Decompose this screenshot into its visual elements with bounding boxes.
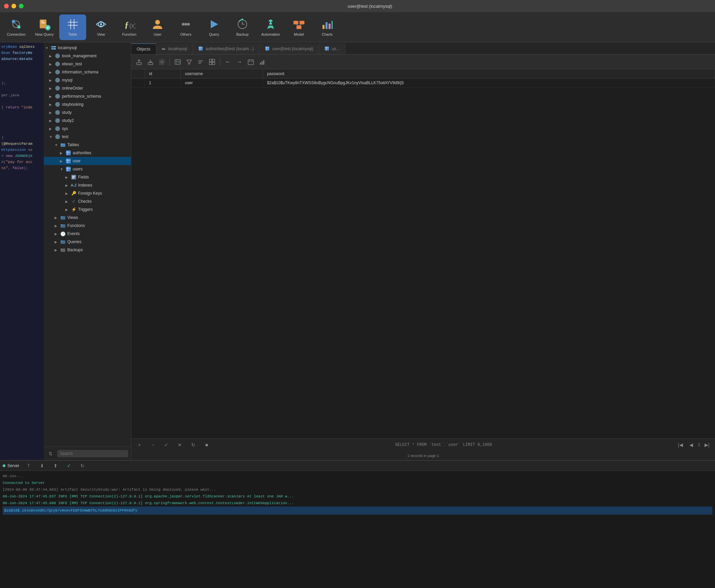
tree-item-user[interactable]: ▶ user xyxy=(44,157,131,165)
toolbar-automation[interactable]: Automation xyxy=(257,15,284,40)
toolbar-view[interactable]: View xyxy=(88,15,114,40)
table-row[interactable]: 1 user $2a$10$uTKwy8nTXWSS8oBygcNGouBpgJ… xyxy=(131,79,715,88)
stats-btn[interactable] xyxy=(257,57,267,67)
stop-btn[interactable]: ■ xyxy=(203,441,211,449)
window-title: user@test (localmysql) xyxy=(29,4,711,9)
toolbar-function[interactable]: ƒ (x) Function xyxy=(116,15,143,40)
toolbar-query[interactable]: Query xyxy=(201,15,228,40)
indexes-icon: A-Z xyxy=(71,182,77,188)
tab-user[interactable]: user@test (localmysql) xyxy=(260,43,319,54)
close-button[interactable] xyxy=(4,4,9,8)
page-next-btn[interactable]: ▶| xyxy=(703,441,711,449)
backups-folder-icon xyxy=(60,247,66,253)
tree-item-triggers[interactable]: ▶ ⚡ Triggers xyxy=(44,206,131,213)
tree-item-ebean-test[interactable]: ▶ ebean_test xyxy=(44,60,131,68)
delete-record-btn[interactable]: − xyxy=(149,441,157,449)
schema-icon xyxy=(55,61,61,67)
grid-btn[interactable] xyxy=(207,57,217,67)
tree-item-backups[interactable]: ▶ Backups xyxy=(44,246,131,254)
tree-item-performance-schema[interactable]: ▶ performance_schema xyxy=(44,92,131,100)
tree-item-functions[interactable]: ▶ Functions xyxy=(44,222,131,230)
sort-btn[interactable] xyxy=(196,57,206,67)
calendar-btn[interactable] xyxy=(246,57,256,67)
upload-btn[interactable] xyxy=(134,57,144,67)
add-row-btn[interactable]: + xyxy=(173,57,183,67)
tab-authorities[interactable]: authorities@test (localm...) xyxy=(193,43,260,54)
tab-localmysql[interactable]: ⬅ localmysql xyxy=(156,43,193,54)
svg-rect-35 xyxy=(326,22,328,29)
data-table-container[interactable]: id username password 1 user $2a$10$uTKwy… xyxy=(131,69,715,439)
tree-item-authorities[interactable]: ▶ authorities xyxy=(44,149,131,157)
filter-btn[interactable] xyxy=(184,57,194,67)
refresh-btn[interactable]: ↻ xyxy=(189,441,197,449)
refresh-log-btn[interactable]: ↻ xyxy=(79,462,87,470)
toolbar-table[interactable]: Table xyxy=(59,15,86,40)
tree-item-sys[interactable]: ▶ sys xyxy=(44,125,131,133)
tree-item-study2[interactable]: ▶ study2 xyxy=(44,117,131,125)
cancel-btn[interactable]: ✕ xyxy=(176,441,184,449)
page-prev-btn[interactable]: ◀ xyxy=(687,441,695,449)
tree-item-users[interactable]: ▼ users xyxy=(44,165,131,173)
tree-item-staybooking[interactable]: ▶ staybooking xyxy=(44,100,131,108)
confirm-btn[interactable]: ✓ xyxy=(162,441,170,449)
tree-item-localmysql[interactable]: ▼ localmysql xyxy=(44,44,131,52)
settings-btn[interactable] xyxy=(157,57,167,67)
table-icon xyxy=(65,150,71,156)
tree-item-information-schema[interactable]: ▶ information_schema xyxy=(44,68,131,76)
search-input[interactable] xyxy=(57,450,128,457)
toolbar-backup[interactable]: Backup xyxy=(229,15,256,40)
add-record-btn[interactable]: + xyxy=(135,441,144,449)
tree-item-checks[interactable]: ▶ ✓ Checks xyxy=(44,197,131,206)
cell-password[interactable]: $2a$10$uTKwy8nTXWSS8oBygcNGouBpgJKv1nyVl… xyxy=(263,79,715,88)
tree-item-onlineorder[interactable]: ▶ onlineOrder xyxy=(44,84,131,92)
log-line-6[interactable]: $2a$10$.16Ju8nvSdKt/Qzy8/v0oecFEDF5XmWBT… xyxy=(3,506,712,514)
tree-label-users: users xyxy=(73,167,83,171)
tree-item-fields[interactable]: ▶ Fields xyxy=(44,173,131,181)
toolbar-connection[interactable]: Connection xyxy=(3,15,30,40)
tree-item-foreign-keys[interactable]: ▶ 🔑 Foreign Keys xyxy=(44,189,131,197)
toolbar-model[interactable]: Model xyxy=(285,15,312,40)
toolbar-newquery[interactable]: + New Query xyxy=(31,15,58,40)
col-header-username[interactable]: username xyxy=(181,69,263,79)
chevron-right-icon: ▶ xyxy=(65,192,71,195)
minimize-button[interactable] xyxy=(12,4,16,8)
toolbar-charts[interactable]: Charts xyxy=(314,15,341,40)
down-arrow-btn[interactable]: ⬇ xyxy=(38,462,46,470)
tree-item-study[interactable]: ▶ study xyxy=(44,108,131,117)
table-label: Table xyxy=(68,32,77,36)
view-icon xyxy=(95,18,107,30)
sidebar-collapse-btn[interactable]: ⇅ xyxy=(46,449,55,458)
tree-item-indexes[interactable]: ▶ A-Z Indexes xyxy=(44,181,131,189)
toolbar-user[interactable]: User xyxy=(144,15,171,40)
records-count: 1 records in page 1 xyxy=(407,454,439,458)
tab-objects[interactable]: Objects xyxy=(131,43,156,54)
tree-item-tables[interactable]: ▼ Tables xyxy=(44,141,131,149)
schema-icon xyxy=(55,53,61,59)
tab-us2[interactable]: us... xyxy=(319,43,345,54)
tree-item-queries[interactable]: ▶ Queries xyxy=(44,238,131,246)
cell-id[interactable]: 1 xyxy=(145,79,181,88)
back-btn[interactable]: ← xyxy=(223,57,233,67)
fullscreen-button[interactable] xyxy=(19,4,24,8)
code-sidebar: oryBean sqlSess Bean factoryBe aSource(d… xyxy=(0,42,44,460)
tree-item-events[interactable]: ▶ 🕐 Events xyxy=(44,230,131,238)
page-first-btn[interactable]: |◀ xyxy=(676,441,685,449)
data-toolbar: + ← → xyxy=(131,55,715,69)
up-arrow-btn[interactable]: ⬆ xyxy=(51,462,60,470)
col-header-id[interactable]: id xyxy=(145,69,181,79)
tree-item-book-management[interactable]: ▶ book_management xyxy=(44,52,131,60)
database-tree[interactable]: ▼ localmysql ▶ book_management xyxy=(44,42,131,446)
tree-item-mysql[interactable]: ▶ mysql xyxy=(44,76,131,84)
tab-t[interactable]: T xyxy=(25,462,32,469)
tree-item-test[interactable]: ▼ test xyxy=(44,133,131,141)
server-tab[interactable]: Server xyxy=(3,463,19,468)
download-btn[interactable] xyxy=(146,57,155,67)
toolbar-others[interactable]: Others xyxy=(172,15,199,40)
cell-username[interactable]: user xyxy=(181,79,263,88)
forward-btn[interactable]: → xyxy=(234,57,244,67)
highlighted-log-text[interactable]: $2a$10$.16Ju8nvSdKt/Qzy8/v0oecFEDF5XmWBT… xyxy=(3,506,712,514)
user-label: User xyxy=(153,32,161,36)
tab-db-icon xyxy=(198,46,203,52)
tree-item-views[interactable]: ▶ Views xyxy=(44,213,131,222)
col-header-password[interactable]: password xyxy=(263,69,715,79)
